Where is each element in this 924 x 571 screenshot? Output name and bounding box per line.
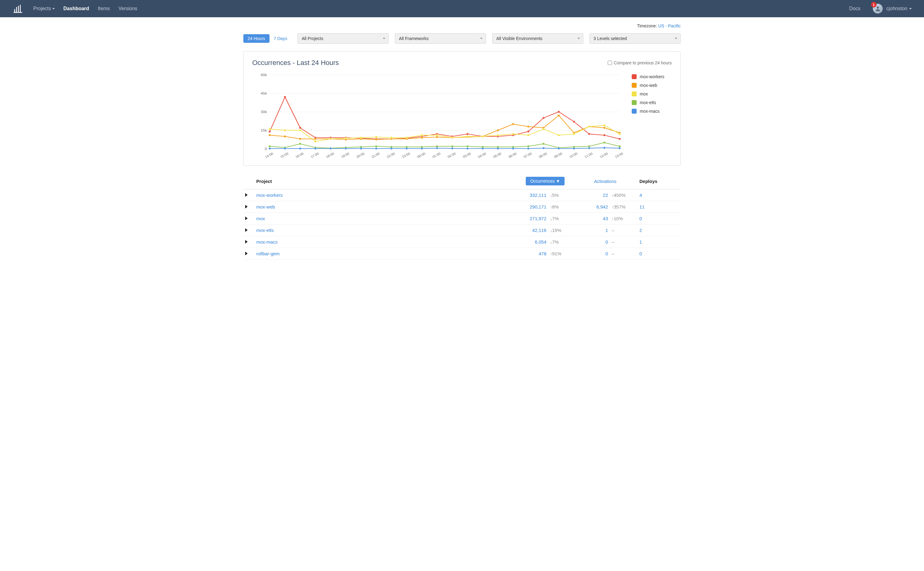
th-deploys: Deploys [637, 174, 681, 190]
svg-point-37 [299, 127, 301, 129]
svg-point-124 [527, 145, 529, 147]
expand-toggle[interactable] [243, 190, 255, 201]
svg-point-100 [527, 134, 529, 136]
occurrences-value[interactable]: 42,116 [517, 225, 548, 236]
deploys-value[interactable]: 2 [637, 225, 681, 236]
svg-point-97 [482, 136, 484, 137]
project-link[interactable]: mox-etls [256, 228, 274, 233]
occurrences-value[interactable]: 6,054 [517, 236, 548, 248]
svg-point-119 [451, 145, 454, 147]
nav-projects[interactable]: Projects [33, 6, 55, 11]
occurrences-pct: ↑8% [548, 201, 573, 213]
legend-item-mox-macs[interactable]: mox-macs [632, 109, 672, 114]
occurrences-pct: ↓7% [548, 213, 573, 225]
legend-item-mox-web[interactable]: mox-web [632, 83, 672, 88]
svg-text:16:00: 16:00 [295, 152, 304, 158]
projects-table: Project Occurrences ▼ Activations Deploy… [243, 174, 681, 259]
svg-point-109 [299, 143, 301, 145]
legend-item-mox-workers[interactable]: mox-workers [632, 74, 672, 79]
activations-value[interactable]: 1 [573, 225, 610, 236]
svg-point-59 [268, 134, 271, 136]
expand-toggle[interactable] [243, 248, 255, 259]
svg-point-86 [314, 140, 316, 142]
occurrences-value[interactable]: 478 [517, 248, 548, 259]
nav-versions[interactable]: Versions [119, 6, 137, 11]
triangle-right-icon [245, 216, 248, 220]
svg-point-114 [375, 145, 377, 147]
timezone-label: Timezone: [637, 23, 657, 28]
th-occurrences[interactable]: Occurrences ▼ [517, 174, 573, 190]
svg-text:04:00: 04:00 [477, 152, 487, 158]
svg-text:19:00: 19:00 [340, 152, 350, 158]
timezone-row: Timezone: US - Pacific [243, 23, 681, 28]
avatar[interactable]: 1 [873, 4, 883, 14]
legend-item-mox-etls[interactable]: mox-etls [632, 100, 672, 105]
nav-dashboard[interactable]: Dashboard [63, 6, 89, 11]
svg-point-94 [436, 134, 438, 136]
svg-point-138 [375, 148, 377, 150]
chart-plot: 015k30k45k60k14:0015:0016:0017:0018:0019… [252, 72, 623, 158]
svg-point-118 [436, 145, 438, 147]
expand-toggle[interactable] [243, 225, 255, 236]
table-row: mox-workers 332,111 ↓5% 22 ↑450% 4 [243, 190, 681, 201]
svg-point-131 [268, 148, 271, 150]
levels-select[interactable]: 3 Levels selected [589, 33, 681, 44]
filter-selects: All Projects All Frameworks All Visible … [298, 33, 681, 44]
svg-point-56 [588, 133, 590, 135]
svg-point-78 [557, 114, 560, 116]
activations-value[interactable]: 22 [573, 190, 610, 201]
table-row: mox-etls 42,116 ↓19% 1 – 2 [243, 225, 681, 236]
navbar: ProjectsDashboardItemsVersions Docs 1 cj… [0, 0, 924, 17]
svg-point-93 [421, 134, 423, 136]
occurrences-value[interactable]: 290,171 [517, 201, 548, 213]
svg-point-129 [603, 142, 606, 144]
svg-point-69 [421, 137, 423, 139]
deploys-value[interactable]: 0 [637, 248, 681, 259]
environments-select[interactable]: All Visible Environments [492, 33, 583, 44]
svg-text:09:00: 09:00 [554, 152, 563, 158]
activations-value[interactable]: 43 [573, 213, 610, 225]
occurrences-value[interactable]: 271,972 [517, 213, 548, 225]
th-activations[interactable]: Activations [573, 174, 637, 190]
occurrences-value[interactable]: 332,111 [517, 190, 548, 201]
project-link[interactable]: mox-macs [256, 239, 278, 245]
table-row: rollbar-gem 478 ↑91% 0 – 0 [243, 248, 681, 259]
project-link[interactable]: mox-workers [256, 193, 283, 198]
nav-items[interactable]: Items [98, 6, 110, 11]
frameworks-select[interactable]: All Frameworks [395, 33, 486, 44]
expand-toggle[interactable] [243, 213, 255, 225]
project-link[interactable]: mox [256, 216, 265, 221]
tab-7-days[interactable]: 7 Days [270, 34, 292, 43]
svg-point-145 [482, 148, 484, 150]
legend-label: mox-web [640, 83, 657, 88]
legend-label: mox [640, 91, 648, 96]
timezone-link[interactable]: US - Pacific [658, 23, 681, 28]
deploys-value[interactable]: 11 [637, 201, 681, 213]
compare-checkbox[interactable] [608, 61, 612, 65]
compare-toggle[interactable]: Compare to previous 24 hours [608, 60, 672, 65]
expand-toggle[interactable] [243, 236, 255, 248]
svg-point-57 [603, 134, 606, 136]
project-link[interactable]: mox-web [256, 204, 275, 210]
svg-point-107 [268, 145, 271, 147]
legend-item-mox[interactable]: mox [632, 91, 672, 96]
occurrences-pct: ↓5% [548, 190, 573, 201]
docs-link[interactable]: Docs [849, 6, 860, 11]
logo-icon[interactable] [12, 4, 23, 13]
chevron-down-icon [480, 38, 483, 39]
expand-toggle[interactable] [243, 201, 255, 213]
activations-value[interactable]: 6,942 [573, 201, 610, 213]
deploys-value[interactable]: 1 [637, 236, 681, 248]
activations-value[interactable]: 0 [573, 248, 610, 259]
svg-point-152 [588, 147, 590, 149]
tab-24-hours[interactable]: 24 Hours [243, 34, 270, 43]
user-menu[interactable]: cjohnston [886, 6, 912, 11]
deploys-value[interactable]: 0 [637, 213, 681, 225]
project-link[interactable]: rollbar-gem [256, 251, 280, 256]
svg-text:15k: 15k [261, 128, 267, 132]
deploys-value[interactable]: 4 [637, 190, 681, 201]
activations-value[interactable]: 0 [573, 236, 610, 248]
svg-text:60k: 60k [261, 73, 267, 77]
svg-text:08:00: 08:00 [538, 152, 548, 158]
projects-select[interactable]: All Projects [298, 33, 389, 44]
